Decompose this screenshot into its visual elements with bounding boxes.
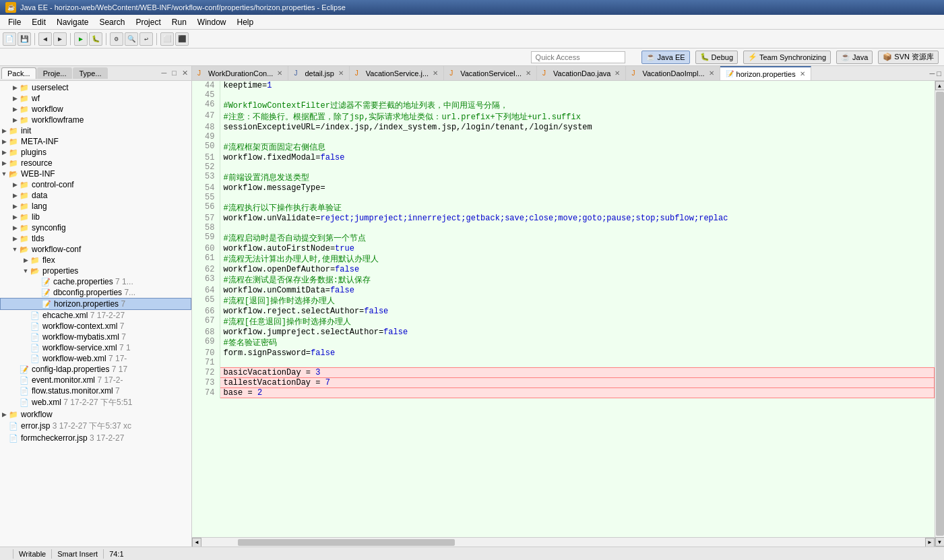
tree-item-workflow[interactable]: ▶ 📁 workflow [0,104,191,115]
tree-item-workflow2[interactable]: ▶ 📁 workflow [0,409,191,420]
code-line[interactable]: form.signPassword=false [220,348,935,358]
code-line-highlighted[interactable]: base = 2 [220,388,935,398]
scroll-left-button[interactable]: ◀ [192,538,201,547]
scroll-h-thumb[interactable] [238,539,455,546]
maximize-panel-icon[interactable]: □ [170,69,179,77]
close-tab-icon[interactable]: ✕ [433,69,438,77]
menu-window[interactable]: Window [192,16,232,28]
perspective-team-sync[interactable]: ⚡ Team Synchronizing [743,51,831,64]
tree-item-workflow-web[interactable]: 📄 workflow-web.xml 7 17- [0,353,191,364]
code-line[interactable] [220,358,935,368]
save-button[interactable]: 💾 [18,32,31,46]
tree-item-workflow-mybatis[interactable]: 📄 workflow-mybatis.xml 7 [0,332,191,342]
tree-item-event-monitor[interactable]: 📄 event.monitor.xml 7 17-2- [0,375,191,385]
menu-help[interactable]: Help [232,16,259,28]
scroll-up-button[interactable]: ▲ [935,81,945,90]
code-line[interactable]: #流程[任意退回]操作时选择办理人 [220,316,935,328]
menu-edit[interactable]: Edit [26,16,51,28]
tab-vacationservicei[interactable]: J VacationServiceI... ✕ [444,66,537,80]
close-panel-icon[interactable]: ✕ [180,69,190,77]
tree-item-lib[interactable]: ▶ 📁 lib [0,212,191,222]
perspective-svn[interactable]: 📦 SVN 资源库 [878,51,939,64]
toolbar-btn-4[interactable]: ⚙ [110,32,123,46]
tab-horizon-properties[interactable]: 📝 horizon.properties ✕ [720,66,811,80]
code-line[interactable]: #流程执行以下操作执行表单验证 [220,202,935,214]
code-line[interactable]: keeptime=1 [220,81,935,90]
close-tab-icon[interactable]: ✕ [800,70,805,77]
back-button[interactable]: ◀ [38,32,52,46]
tree-item-dbconfig-props[interactable]: 📝 dbconfig.properties 7... [0,287,191,298]
code-line[interactable]: workflow.unCommitData=false [220,286,935,295]
tab-workduration[interactable]: J WorkDurationCon... ✕ [192,66,288,80]
code-line[interactable]: #流程[退回]操作时选择办理人 [220,295,935,307]
tree-item-workflowframe[interactable]: ▶ 📁 workflowframe [0,115,191,125]
toolbar-btn-7[interactable]: ⬜ [160,32,174,46]
toolbar-btn-5[interactable]: 🔍 [125,32,138,46]
quick-access-input[interactable] [531,51,625,63]
menu-run[interactable]: Run [166,16,192,28]
close-tab-icon[interactable]: ✕ [615,69,620,77]
tree-item-horizon-props[interactable]: 📝 horizon.properties 7 [0,298,191,310]
code-line[interactable] [220,162,935,172]
code-line[interactable]: workflow.reject.selectAuthor=false [220,307,935,316]
code-line-highlighted[interactable]: tallestVacationDay = 7 [220,378,935,388]
menu-file[interactable]: File [3,16,26,28]
code-line[interactable]: #注意：不能换行。根据配置，除了jsp,实际请求地址类似：url.prefix+… [220,111,935,123]
tab-vacationdaoimpl[interactable]: J VacationDaoImpl... ✕ [626,66,720,80]
tree-item-workflow-context[interactable]: 📄 workflow-context.xml 7 [0,321,191,332]
code-line[interactable]: workflow.openDefAuthor=false [220,265,935,274]
tree-item-errorjsp[interactable]: 📄 error.jsp 3 17-2-27 下午5:37 xc [0,420,191,433]
tree-item-init[interactable]: ▶ 📁 init [0,125,191,136]
tree-item-webinf[interactable]: ▼ 📂 WEB-INF [0,168,191,179]
toolbar-btn-6[interactable]: ↩ [139,32,153,46]
code-line[interactable]: #流程无法计算出办理人时,使用默认办理人 [220,253,935,265]
tree-item-tlds[interactable]: ▶ 📁 tlds [0,233,191,244]
tab-package-explorer[interactable]: Pack... [1,67,36,79]
tree-item-ehcache[interactable]: 📄 ehcache.xml 7 17-2-27 [0,310,191,321]
code-line[interactable] [220,193,935,202]
tree-item-webxml[interactable]: 📄 web.xml 7 17-2-27 下午5:51 [0,396,191,409]
tree-item-cache-props[interactable]: 📝 cache.properties 7 1... [0,276,191,287]
editor-tab-maximize-icon[interactable]: □ [937,69,941,77]
editor-tab-minimize-icon[interactable]: ─ [930,69,935,77]
code-line[interactable]: #流程启动时是否自动提交到第一个节点 [220,232,935,244]
code-line[interactable]: #前端设置消息发送类型 [220,172,935,183]
code-line[interactable]: workflow.unValidate=reject;jumpreject;in… [220,214,935,223]
perspective-debug[interactable]: 🐛 Debug [695,51,738,64]
tab-detail[interactable]: J detail.jsp ✕ [288,66,349,80]
tree-item-flow-status[interactable]: 📄 flow.status.monitor.xml 7 [0,385,191,396]
toolbar-btn-8[interactable]: ⬛ [175,32,189,46]
tree-item-userselect[interactable]: ▶ 📁 userselect [0,82,191,93]
horizontal-scrollbar[interactable]: ◀ ▶ [192,537,935,547]
code-line[interactable]: #流程在测试是否保存业务数据:默认保存 [220,274,935,286]
close-tab-icon[interactable]: ✕ [526,69,531,77]
tree-item-plugins[interactable]: ▶ 📁 plugins [0,147,191,158]
scroll-thumb[interactable] [936,92,944,536]
debug-button[interactable]: 🐛 [89,32,102,46]
vertical-scrollbar[interactable]: ▲ ▼ [935,81,944,547]
tab-type-hierarchy[interactable]: Type... [73,67,107,79]
tree-item-wf[interactable]: ▶ 📁 wf [0,93,191,104]
tree-item-workflow-service[interactable]: 📄 workflow-service.xml 7 1 [0,342,191,353]
new-button[interactable]: 📄 [3,32,16,46]
close-tab-icon[interactable]: ✕ [709,69,714,77]
tree-item-workflowconf[interactable]: ▼ 📂 workflow-conf [0,244,191,255]
code-line[interactable]: #流程框架页面固定右侧信息 [220,142,935,153]
run-button[interactable]: ▶ [74,32,88,46]
scroll-right-button[interactable]: ▶ [925,538,935,547]
tree-item-config-ldap[interactable]: 📝 config-ldap.properties 7 17 [0,364,191,375]
code-line[interactable] [220,90,935,100]
code-line[interactable] [220,132,935,142]
tree-item-synconfig[interactable]: ▶ 📁 synconfig [0,222,191,233]
menu-search[interactable]: Search [94,16,130,28]
tree-item-properties[interactable]: ▼ 📂 properties [0,266,191,276]
tree-item-resource[interactable]: ▶ 📁 resource [0,158,191,168]
menu-project[interactable]: Project [130,16,166,28]
tab-project-explorer[interactable]: Proje... [37,67,73,79]
code-line[interactable]: workflow.fixedModal=false [220,153,935,162]
close-tab-icon[interactable]: ✕ [277,69,282,77]
tree-item-flex[interactable]: ▶ 📁 flex [0,255,191,266]
perspective-java-ee[interactable]: ☕ Java EE [641,51,690,64]
code-line[interactable]: workflow.messageType= [220,183,935,193]
code-line-highlighted[interactable]: basicVacationDay = 3 [220,368,935,378]
